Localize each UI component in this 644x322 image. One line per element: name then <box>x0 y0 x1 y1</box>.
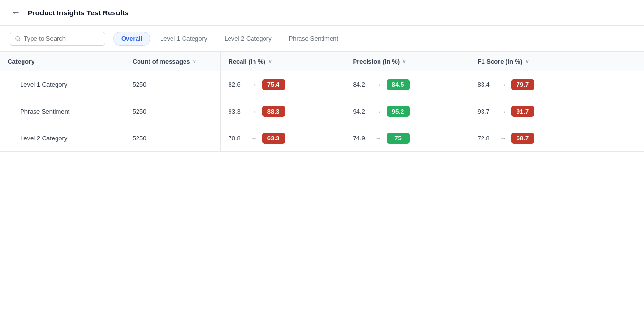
f1-base-1: 93.7 <box>478 108 495 115</box>
results-table-container: Category Count of messages ∨ Recall (in … <box>0 52 644 152</box>
recall-base-0: 82.6 <box>229 81 246 88</box>
f1-base-0: 83.4 <box>478 81 495 88</box>
f1-arrow-2: → <box>500 135 506 142</box>
recall-base-2: 70.8 <box>229 135 246 142</box>
page-title: Product Insights Test Results <box>28 9 129 17</box>
search-icon <box>15 35 21 42</box>
f1-base-2: 72.8 <box>478 135 495 142</box>
f1-badge-0: 79.7 <box>511 79 534 90</box>
back-button[interactable]: ← <box>10 7 22 19</box>
col-header-precision[interactable]: Precision (in %) ∨ <box>345 52 470 71</box>
cell-precision-1: 94.2 → 95.2 <box>345 98 470 125</box>
category-name-0: Level 1 Category <box>20 81 67 88</box>
sort-icon-recall: ∨ <box>268 59 272 64</box>
table-row: ⋮ Level 1 Category 5250 82.6 → 75.4 84.2… <box>0 71 644 98</box>
cell-category-0: ⋮ Level 1 Category <box>0 71 125 98</box>
drag-handle-0[interactable]: ⋮ <box>8 81 16 89</box>
recall-badge-0: 75.4 <box>262 79 285 90</box>
tab-level1-category[interactable]: Level 1 Category <box>152 32 215 45</box>
cell-recall-2: 70.8 → 63.3 <box>220 125 345 152</box>
col-header-count[interactable]: Count of messages ∨ <box>125 52 220 71</box>
sort-icon-precision: ∨ <box>402 59 406 64</box>
cell-precision-0: 84.2 → 84.5 <box>345 71 470 98</box>
recall-badge-1: 88.3 <box>262 106 285 117</box>
tab-level2-category[interactable]: Level 2 Category <box>217 32 279 45</box>
drag-handle-1[interactable]: ⋮ <box>8 108 16 115</box>
precision-arrow-1: → <box>375 108 382 115</box>
precision-badge-1: 95.2 <box>387 106 410 117</box>
page-header: ← Product Insights Test Results <box>0 0 644 26</box>
col-header-category: Category <box>0 52 125 71</box>
cell-f1-0: 83.4 → 79.7 <box>470 71 644 98</box>
recall-badge-2: 63.3 <box>262 133 285 144</box>
count-value-1: 5250 <box>133 108 147 115</box>
table-row: ⋮ Level 2 Category 5250 70.8 → 63.3 74.9… <box>0 125 644 152</box>
results-table: Category Count of messages ∨ Recall (in … <box>0 52 644 152</box>
recall-base-1: 93.3 <box>229 108 246 115</box>
svg-line-1 <box>19 40 20 41</box>
precision-arrow-0: → <box>375 81 382 89</box>
cell-recall-0: 82.6 → 75.4 <box>220 71 345 98</box>
drag-handle-2[interactable]: ⋮ <box>8 135 16 142</box>
search-input[interactable] <box>24 35 100 42</box>
cell-category-2: ⋮ Level 2 Category <box>0 125 125 152</box>
precision-badge-2: 75 <box>387 133 410 144</box>
recall-arrow-0: → <box>251 81 257 89</box>
sort-icon-count: ∨ <box>193 59 196 64</box>
col-header-f1[interactable]: F1 Score (in %) ∨ <box>470 52 644 71</box>
recall-arrow-1: → <box>251 108 257 115</box>
f1-arrow-1: → <box>500 108 506 115</box>
category-name-1: Phrase Sentiment <box>20 108 69 115</box>
count-value-0: 5250 <box>133 81 147 88</box>
tab-phrase-sentiment[interactable]: Phrase Sentiment <box>281 32 346 45</box>
f1-arrow-0: → <box>500 81 506 89</box>
cell-count-1: 5250 <box>125 98 220 125</box>
cell-count-0: 5250 <box>125 71 220 98</box>
recall-arrow-2: → <box>251 135 257 142</box>
precision-base-2: 74.9 <box>353 135 370 142</box>
sort-icon-f1: ∨ <box>525 59 529 64</box>
cell-count-2: 5250 <box>125 125 220 152</box>
f1-badge-1: 91.7 <box>511 106 534 117</box>
table-header-row: Category Count of messages ∨ Recall (in … <box>0 52 644 71</box>
tabs-container: Overall Level 1 Category Level 2 Categor… <box>113 32 346 46</box>
precision-arrow-2: → <box>375 135 382 142</box>
toolbar: Overall Level 1 Category Level 2 Categor… <box>0 26 644 52</box>
category-name-2: Level 2 Category <box>20 135 67 142</box>
precision-base-0: 84.2 <box>353 81 370 88</box>
cell-recall-1: 93.3 → 88.3 <box>220 98 345 125</box>
precision-base-1: 94.2 <box>353 108 370 115</box>
col-header-recall[interactable]: Recall (in %) ∨ <box>220 52 345 71</box>
cell-category-1: ⋮ Phrase Sentiment <box>0 98 125 125</box>
f1-badge-2: 68.7 <box>511 133 534 144</box>
count-value-2: 5250 <box>133 135 147 142</box>
back-icon: ← <box>12 8 20 18</box>
cell-f1-1: 93.7 → 91.7 <box>470 98 644 125</box>
precision-badge-0: 84.5 <box>387 79 410 90</box>
tab-overall[interactable]: Overall <box>113 32 150 46</box>
cell-f1-2: 72.8 → 68.7 <box>470 125 644 152</box>
table-row: ⋮ Phrase Sentiment 5250 93.3 → 88.3 94.2… <box>0 98 644 125</box>
cell-precision-2: 74.9 → 75 <box>345 125 470 152</box>
search-box <box>10 32 105 46</box>
